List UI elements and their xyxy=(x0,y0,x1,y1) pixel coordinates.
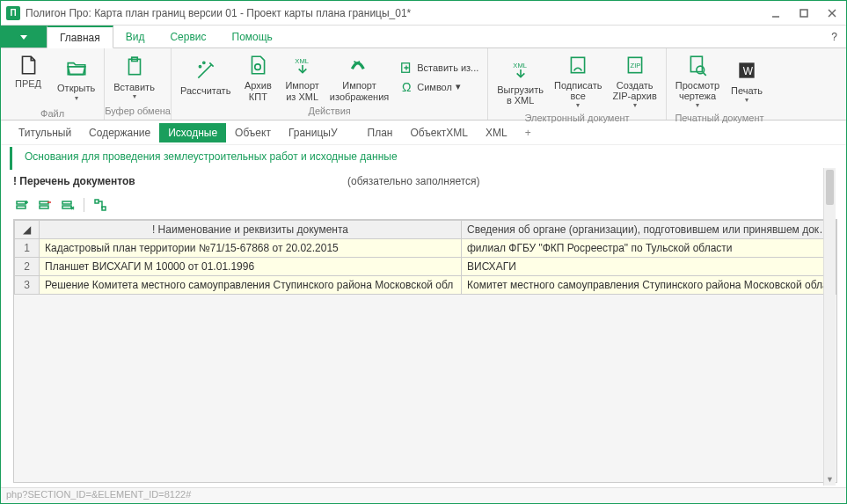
image-import-icon xyxy=(347,52,373,78)
minimize-button[interactable] xyxy=(767,4,785,22)
maximize-button[interactable] xyxy=(795,4,813,22)
export-xml-button[interactable]: XML Выгрузить в XML xyxy=(492,55,549,107)
ribbon-group-file-label: Файл xyxy=(1,108,104,120)
cell-name[interactable]: Решение Комитета местного самоуправления… xyxy=(40,276,462,295)
svg-rect-23 xyxy=(40,206,48,208)
chevron-down-icon: ▾ xyxy=(576,101,580,109)
svg-rect-20 xyxy=(17,201,26,204)
chevron-down-icon: ▾ xyxy=(456,81,461,92)
delete-row-button[interactable] xyxy=(36,196,54,214)
scroll-down-icon[interactable]: ▼ xyxy=(824,473,836,486)
kpt-archive-button[interactable]: Архив КПТ xyxy=(236,50,280,103)
cell-org[interactable]: филиал ФГБУ "ФКП Росреестра" по Тульской… xyxy=(462,239,836,258)
ribbon-group-actions: Рассчитать Архив КПТ XML Импорт из XML И… xyxy=(172,48,488,120)
table-row[interactable]: 2 Планшет ВИСХАГИ М 10000 от 01.01.1996 … xyxy=(15,258,836,276)
chevron-down-icon: ▾ xyxy=(696,101,699,109)
chevron-down-icon: ▾ xyxy=(75,94,78,102)
sign-all-button[interactable]: Подписать все ▾ xyxy=(549,50,607,111)
add-row-button[interactable] xyxy=(13,196,31,214)
insert-icon xyxy=(399,61,413,75)
svg-rect-1 xyxy=(800,10,807,17)
xml-export-icon: XML xyxy=(507,56,534,83)
folder-open-icon xyxy=(63,55,90,81)
ribbon-group-edoc: XML Выгрузить в XML Подписать все ▾ ZIP … xyxy=(488,48,667,120)
import-image-button[interactable]: Импорт изображения xyxy=(325,50,394,103)
document-archive-icon xyxy=(245,52,271,78)
cell-org[interactable]: ВИСХАГИ xyxy=(462,258,836,276)
preview-drawing-button[interactable]: Просмотр чертежа ▾ xyxy=(670,50,725,111)
paste-button[interactable]: Вставить ▾ xyxy=(108,52,160,102)
grid-toolbar xyxy=(13,193,837,219)
svg-rect-24 xyxy=(62,201,71,204)
help-button[interactable]: ? xyxy=(822,26,846,47)
calculate-button[interactable]: Рассчитать xyxy=(175,55,236,98)
svg-point-9 xyxy=(255,64,261,70)
ribbon-group-file: ПРЕД Открыть ▾ Файл xyxy=(1,48,105,120)
omega-icon: Ω xyxy=(399,80,413,94)
svg-text:W: W xyxy=(743,65,754,77)
svg-text:XML: XML xyxy=(513,61,527,69)
subtab-title[interactable]: Титульный xyxy=(10,123,80,142)
vertical-scrollbar[interactable]: ▲ ▼ xyxy=(823,168,836,486)
tab-view[interactable]: Вид xyxy=(113,26,158,47)
svg-rect-13 xyxy=(572,57,585,72)
sign-icon xyxy=(565,52,591,78)
table-row[interactable]: 3 Решение Комитета местного самоуправлен… xyxy=(15,276,836,295)
create-zip-button[interactable]: ZIP Создать ZIP-архив ▾ xyxy=(607,50,661,111)
document-icon xyxy=(15,52,41,78)
open-button[interactable]: Открыть ▾ xyxy=(52,53,100,103)
subtab-source[interactable]: Исходные xyxy=(159,123,226,142)
tab-service[interactable]: Сервис xyxy=(157,26,219,47)
grid-col-org[interactable]: Сведения об органе (организации), подгот… xyxy=(462,221,836,239)
tab-help[interactable]: Помощь xyxy=(220,26,286,47)
svg-rect-22 xyxy=(40,201,48,204)
svg-rect-25 xyxy=(62,206,71,208)
ribbon-group-clipboard: Вставить ▾ Буфер обмена xyxy=(105,48,172,120)
subtab-borders[interactable]: ГраницыУ xyxy=(280,123,347,142)
tab-main[interactable]: Главная xyxy=(47,26,113,48)
symbol-button[interactable]: Ω Символ ▾ xyxy=(396,78,482,96)
import-xml-button[interactable]: XML Импорт из XML xyxy=(280,50,324,103)
print-button[interactable]: W Печать ▾ xyxy=(725,55,769,106)
row-number: 2 xyxy=(15,258,40,276)
table-row[interactable]: 1 Кадастровый план территории №71/15-678… xyxy=(15,239,836,258)
ribbon-group-clipboard-label: Буфер обмена xyxy=(105,106,171,120)
subtabs: Титульный Содержание Исходные Объект Гра… xyxy=(1,121,846,145)
subtab-object[interactable]: Объект xyxy=(226,123,280,142)
row-number: 3 xyxy=(15,276,40,295)
scrollbar-thumb[interactable] xyxy=(826,170,834,205)
subtab-content[interactable]: Содержание xyxy=(80,123,159,142)
wand-icon xyxy=(193,57,219,84)
ribbon-group-print: Просмотр чертежа ▾ W Печать ▾ Печатный д… xyxy=(667,48,772,120)
content-area: ! Перечень документов (обязательно запол… xyxy=(1,175,846,483)
subtab-add[interactable]: + xyxy=(516,123,540,142)
structure-button[interactable] xyxy=(91,196,109,214)
grid-corner[interactable]: ◢ xyxy=(15,221,40,239)
docs-field-label: ! Перечень документов xyxy=(13,175,347,187)
cell-org[interactable]: Комитет местного самоуправления Ступинск… xyxy=(462,276,836,295)
subtab-xml[interactable]: XML xyxy=(477,123,516,142)
cell-name[interactable]: Кадастровый план территории №71/15-67868… xyxy=(40,239,462,258)
subtab-objectxml[interactable]: ОбъектXML xyxy=(402,123,478,142)
ribbon-group-print-label: Печатный документ xyxy=(667,113,772,123)
clipboard-icon xyxy=(121,54,148,80)
file-menu-tab[interactable] xyxy=(1,26,47,47)
svg-point-8 xyxy=(202,62,204,64)
chevron-down-icon: ▾ xyxy=(745,96,748,104)
svg-rect-21 xyxy=(17,206,26,208)
grid-col-name[interactable]: ! Наименование и реквизиты документа xyxy=(40,221,462,239)
titlebar: П Полигон Про: Карта план границ версии … xyxy=(1,1,846,26)
insert-from-button[interactable]: Вставить из... xyxy=(396,59,482,77)
preview-icon xyxy=(684,52,711,78)
statusbar: php?SECTION_ID=&ELEMENT_ID=8122# xyxy=(1,487,846,503)
new-doc-button[interactable]: ПРЕД xyxy=(4,50,52,106)
ribbon-group-edoc-label: Электронный документ xyxy=(488,113,666,123)
documents-grid[interactable]: ◢ ! Наименование и реквизиты документа С… xyxy=(13,219,837,483)
ribbon: ПРЕД Открыть ▾ Файл Вставить ▾ Буфер обм… xyxy=(1,48,846,121)
cell-name[interactable]: Планшет ВИСХАГИ М 10000 от 01.01.1996 xyxy=(40,258,462,276)
ribbon-group-actions-label: Действия xyxy=(172,106,487,120)
close-button[interactable] xyxy=(823,4,841,22)
copy-row-button[interactable] xyxy=(59,196,77,214)
chevron-down-icon: ▾ xyxy=(633,101,637,109)
subtab-plan[interactable]: План xyxy=(359,123,402,142)
